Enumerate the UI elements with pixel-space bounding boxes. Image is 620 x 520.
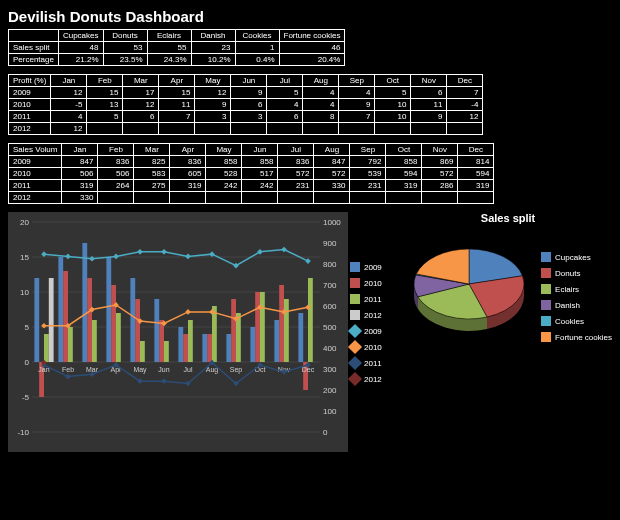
svg-text:400: 400 <box>323 344 337 353</box>
col-header: Jan <box>62 144 98 156</box>
cell: 4 <box>267 99 303 111</box>
cell: 8 <box>303 111 339 123</box>
col-header: Eclairs <box>147 30 191 42</box>
svg-text:20: 20 <box>20 218 29 227</box>
cell: 6 <box>231 99 267 111</box>
svg-rect-31 <box>178 327 183 362</box>
cell: 858 <box>206 156 242 168</box>
cell: 12 <box>447 111 483 123</box>
cell: 3 <box>195 111 231 123</box>
svg-rect-35 <box>274 320 279 362</box>
legend-item: Fortune cookies <box>541 332 612 342</box>
cell: 847 <box>314 156 350 168</box>
cell: 5 <box>267 87 303 99</box>
svg-rect-78 <box>137 249 143 255</box>
svg-rect-43 <box>183 334 188 362</box>
svg-text:Jun: Jun <box>158 366 169 373</box>
svg-rect-56 <box>212 306 217 362</box>
svg-rect-49 <box>44 334 49 362</box>
table-row: Percentage21.2%23.5%24.3%10.2%0.4%20.4% <box>9 54 345 66</box>
cell: 594 <box>458 168 494 180</box>
svg-rect-51 <box>92 320 97 362</box>
table-row: 2010-5131211964491011-4 <box>9 99 483 111</box>
cell: 24.3% <box>147 54 191 66</box>
svg-text:May: May <box>133 366 147 374</box>
svg-text:Sep: Sep <box>230 366 243 374</box>
cell: 0.4% <box>235 54 279 66</box>
cell: 319 <box>458 180 494 192</box>
col-header: Cupcakes <box>58 30 103 42</box>
row-label: Sales split <box>9 42 59 54</box>
cell: 48 <box>58 42 103 54</box>
svg-rect-32 <box>202 334 207 362</box>
profit-table: Profit (%)JanFebMarAprMayJunJulAugSepOct… <box>8 74 483 135</box>
svg-text:Feb: Feb <box>62 366 74 373</box>
cell: 7 <box>447 87 483 99</box>
cell: 242 <box>242 180 278 192</box>
col-header: Feb <box>98 144 134 156</box>
col-header: Donuts <box>103 30 147 42</box>
cell: 10 <box>375 111 411 123</box>
cell: 539 <box>350 168 386 180</box>
col-header: Jul <box>278 144 314 156</box>
col-header: Apr <box>159 75 195 87</box>
col-header: Aug <box>314 144 350 156</box>
svg-text:Jul: Jul <box>184 366 193 373</box>
cell: 12 <box>51 87 87 99</box>
svg-text:100: 100 <box>323 407 337 416</box>
cell: 53 <box>103 42 147 54</box>
svg-rect-53 <box>140 341 145 362</box>
legend-item: Eclairs <box>541 284 612 294</box>
cell <box>386 192 422 204</box>
svg-rect-75 <box>65 254 71 260</box>
col-header: May <box>206 144 242 156</box>
cell: 275 <box>134 180 170 192</box>
cell: 572 <box>422 168 458 180</box>
row-label: 2012 <box>9 123 51 135</box>
svg-rect-45 <box>231 299 236 362</box>
table-row: 200912151715129544567 <box>9 87 483 99</box>
svg-text:0: 0 <box>25 358 30 367</box>
svg-rect-61 <box>49 278 54 362</box>
cell <box>134 192 170 204</box>
cell: 286 <box>422 180 458 192</box>
table-row: 2010506506583605528517572572539594572594 <box>9 168 494 180</box>
cell: 506 <box>62 168 98 180</box>
cell: 7 <box>159 111 195 123</box>
svg-text:800: 800 <box>323 260 337 269</box>
cell <box>159 123 195 135</box>
cell <box>339 123 375 135</box>
pie-title: Sales split <box>404 212 612 224</box>
cell: 9 <box>195 99 231 111</box>
cell: 594 <box>386 168 422 180</box>
table-row: 2009847836825836858858836847792858869814 <box>9 156 494 168</box>
row-label: Percentage <box>9 54 59 66</box>
cell: 319 <box>62 180 98 192</box>
cell: 528 <box>206 168 242 180</box>
row-label: 2011 <box>9 180 62 192</box>
cell: 23 <box>191 42 235 54</box>
legend-item: 2010 <box>350 342 382 352</box>
col-header: Apr <box>170 144 206 156</box>
svg-rect-30 <box>154 299 159 362</box>
cell: 5 <box>87 111 123 123</box>
cell: 506 <box>98 168 134 180</box>
legend-item: 2011 <box>350 358 382 368</box>
svg-text:-5: -5 <box>22 393 30 402</box>
legend-item: 2009 <box>350 262 382 272</box>
cell: 13 <box>87 99 123 111</box>
cell: 7 <box>339 111 375 123</box>
cell: 836 <box>98 156 134 168</box>
page-title: Devilish Donuts Dashboard <box>8 8 612 25</box>
col-header: Jun <box>231 75 267 87</box>
cell: 517 <box>242 168 278 180</box>
svg-rect-38 <box>63 271 68 362</box>
svg-rect-58 <box>260 292 265 362</box>
col-header: Nov <box>422 144 458 156</box>
svg-text:300: 300 <box>323 365 337 374</box>
cell: 814 <box>458 156 494 168</box>
cell <box>447 123 483 135</box>
cell: 55 <box>147 42 191 54</box>
svg-rect-86 <box>41 323 47 329</box>
svg-rect-27 <box>82 243 87 362</box>
